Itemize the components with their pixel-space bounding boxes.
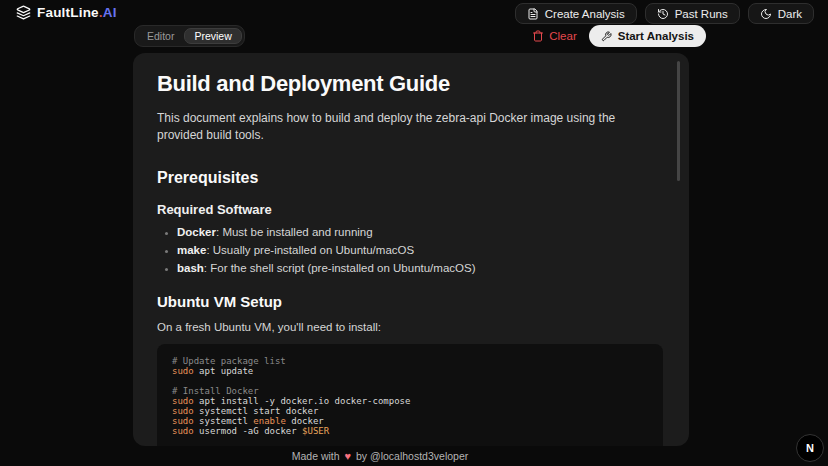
start-analysis-label: Start Analysis (618, 30, 694, 42)
app-logo: FaultLine.AI (16, 5, 117, 20)
nextjs-dev-badge[interactable]: N (796, 434, 824, 462)
start-analysis-button[interactable]: Start Analysis (589, 25, 706, 47)
past-runs-button[interactable]: Past Runs (645, 3, 740, 24)
card-scrollbar[interactable] (677, 61, 680, 181)
past-runs-label: Past Runs (675, 8, 728, 20)
clear-label: Clear (549, 30, 576, 42)
heading-prerequisites: Prerequisites (157, 169, 663, 187)
clear-button[interactable]: Clear (532, 30, 576, 42)
logo-text: FaultLine.AI (37, 5, 117, 20)
top-actions: Create Analysis Past Runs Dark (515, 3, 814, 24)
requirements-list: Docker: Must be installed and runningmak… (157, 226, 663, 274)
tab-preview[interactable]: Preview (184, 28, 241, 44)
code-line: sudo usermod -aG docker $USER (172, 426, 648, 436)
dark-mode-button[interactable]: Dark (748, 3, 814, 24)
document-title: Build and Deployment Guide (157, 71, 663, 97)
dark-mode-label: Dark (778, 8, 802, 20)
create-analysis-label: Create Analysis (545, 8, 625, 20)
code-block: # Update package listsudo apt update # I… (157, 344, 663, 446)
moon-icon (760, 8, 772, 20)
install-intro-text: On a fresh Ubuntu VM, you'll need to ins… (157, 321, 663, 333)
create-analysis-button[interactable]: Create Analysis (515, 3, 637, 24)
code-line: # Update package list (172, 356, 648, 366)
file-icon (527, 8, 539, 20)
code-block-content: # Update package listsudo apt update # I… (172, 356, 648, 446)
footer-credit: Made with ♥ by @localhostd3veloper (0, 450, 760, 462)
toolbar-row: Editor Preview Clear Start Analysis (0, 25, 828, 47)
code-line: # Install Docker (172, 386, 648, 396)
requirement-item: make: Usually pre-installed on Ubuntu/ma… (177, 244, 663, 256)
heart-icon: ♥ (345, 450, 352, 462)
trash-icon (532, 30, 544, 42)
code-line: sudo apt install -y docker.io docker-com… (172, 396, 648, 406)
code-line (172, 436, 648, 446)
app-window: FaultLine.AI Create Analysis Past Runs D… (0, 0, 828, 466)
toolbar-actions: Clear Start Analysis (532, 25, 706, 47)
editor-preview-toggle: Editor Preview (134, 25, 245, 47)
code-line (172, 376, 648, 386)
footer-by: by @localhostd3veloper (356, 450, 468, 462)
history-icon (657, 8, 669, 20)
top-bar: FaultLine.AI Create Analysis Past Runs D… (0, 0, 828, 48)
code-line: sudo systemctl enable docker (172, 416, 648, 426)
code-line: sudo systemctl start docker (172, 406, 648, 416)
code-line: sudo apt update (172, 366, 648, 376)
heading-required-software: Required Software (157, 202, 663, 217)
wrench-icon (601, 31, 612, 42)
heading-ubuntu-vm-setup: Ubuntu VM Setup (157, 293, 663, 310)
requirement-item: Docker: Must be installed and running (177, 226, 663, 238)
document-intro: This document explains how to build and … (157, 110, 663, 145)
document-preview-card: Build and Deployment Guide This document… (133, 53, 689, 446)
layers-icon (16, 5, 31, 20)
footer-made-with: Made with (292, 450, 340, 462)
requirement-item: bash: For the shell script (pre-installe… (177, 262, 663, 274)
tab-editor[interactable]: Editor (137, 28, 184, 44)
